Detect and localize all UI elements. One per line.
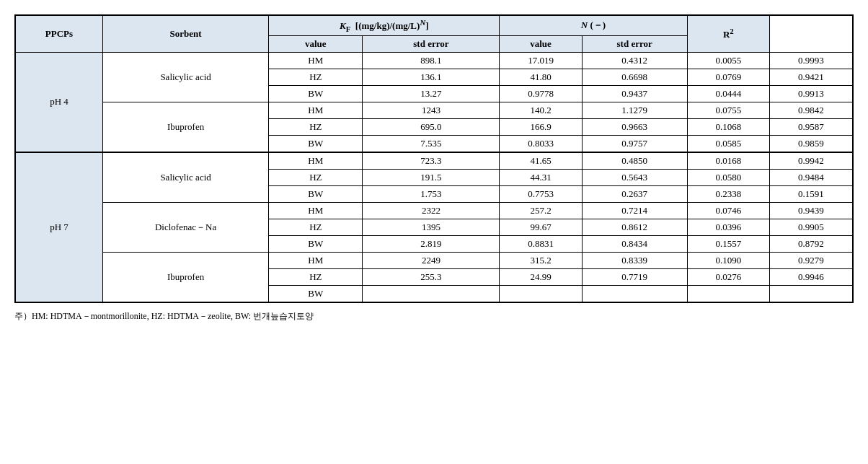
r2-cell: 0.9587 <box>769 118 853 135</box>
table-row: pH 7Salicylic acidHM723.341.650.48500.01… <box>15 152 853 170</box>
kf_std-cell: 0.7753 <box>500 185 582 202</box>
chemical-name-cell: Ibuprofen <box>102 252 268 302</box>
chemical-name-cell: Salicylic acid <box>102 52 268 102</box>
n_std-cell: 0.0746 <box>687 202 769 219</box>
table-row: pH 4Salicylic acidHM898.117.0190.43120.0… <box>15 52 853 69</box>
sorbent-cell: BW <box>269 135 363 152</box>
sorbent-cell: BW <box>269 85 363 102</box>
n_std-cell: 0.0276 <box>687 268 769 285</box>
sorbent-cell: BW <box>269 285 363 302</box>
sorbent-cell: HM <box>269 252 363 268</box>
n_std-cell: 0.0769 <box>687 69 769 85</box>
table-row: IbuprofenHM2249315.20.83390.10900.9279 <box>15 252 853 268</box>
n_std-cell: 0.0580 <box>687 169 769 185</box>
r2-cell: 0.9913 <box>769 85 853 102</box>
r2-cell: 0.9859 <box>769 135 853 152</box>
kf_std-cell: 41.65 <box>500 152 582 170</box>
kf_value-cell: 1395 <box>363 219 500 235</box>
kf_value-cell: 136.1 <box>363 69 500 85</box>
sorbent-cell: BW <box>269 235 363 252</box>
n_value-cell <box>582 285 687 302</box>
sorbent-cell: HZ <box>269 219 363 235</box>
kf_std-cell: 24.99 <box>500 268 582 285</box>
kf_value-cell: 695.0 <box>363 118 500 135</box>
r2-cell: 0.1591 <box>769 185 853 202</box>
n_std-cell: 0.1068 <box>687 118 769 135</box>
n_value-cell: 0.5643 <box>582 169 687 185</box>
kf_std-cell: 17.019 <box>500 52 582 69</box>
r2-cell: 0.9842 <box>769 102 853 118</box>
n_value-cell: 0.7719 <box>582 268 687 285</box>
r2-header: R2 <box>687 15 769 52</box>
kf_value-cell: 1243 <box>363 102 500 118</box>
ph-cell: pH 7 <box>15 152 102 302</box>
kf_value-cell: 7.535 <box>363 135 500 152</box>
kf_value-cell: 1.753 <box>363 185 500 202</box>
table-note: 주）HM: HDTMA－montmorillonite, HZ: HDTMA－z… <box>14 310 854 323</box>
kf_value-cell: 13.27 <box>363 85 500 102</box>
kf_value-cell <box>363 285 500 302</box>
n_value-cell: 0.9437 <box>582 85 687 102</box>
r2-cell: 0.9946 <box>769 268 853 285</box>
n_value-cell: 0.4312 <box>582 52 687 69</box>
kf_std-cell: 0.8033 <box>500 135 582 152</box>
table-row: Diclofenac－NaHM2322257.20.72140.07460.94… <box>15 202 853 219</box>
chemical-name-cell: Diclofenac－Na <box>102 202 268 252</box>
n_std-cell: 0.0055 <box>687 52 769 69</box>
sorbent-cell: HM <box>269 152 363 170</box>
n_std-cell: 0.0444 <box>687 85 769 102</box>
n_std-cell: 0.0168 <box>687 152 769 170</box>
sorbent-cell: HM <box>269 52 363 69</box>
r2-cell <box>769 285 853 302</box>
n_value-cell: 0.4850 <box>582 152 687 170</box>
r2-cell: 0.9905 <box>769 219 853 235</box>
kf_value-cell: 898.1 <box>363 52 500 69</box>
kf-sup: N <box>420 18 425 27</box>
n_std-cell: 0.0585 <box>687 135 769 152</box>
kf_std-cell: 99.67 <box>500 219 582 235</box>
kf_std-cell: 0.9778 <box>500 85 582 102</box>
kf_std-cell: 257.2 <box>500 202 582 219</box>
r2-cell: 0.9421 <box>769 69 853 85</box>
kf_std-cell <box>500 285 582 302</box>
table-row: IbuprofenHM1243140.21.12790.07550.9842 <box>15 102 853 118</box>
kf_value-cell: 255.3 <box>363 268 500 285</box>
data-table: PPCPs Sorbent KF [(mg/kg)/(mg/L)N] N (－)… <box>14 14 854 303</box>
kf-group-header: KF [(mg/kg)/(mg/L)N] <box>269 15 500 35</box>
sorbent-cell: HZ <box>269 169 363 185</box>
r2-cell: 0.9942 <box>769 152 853 170</box>
n_value-cell: 0.7214 <box>582 202 687 219</box>
kf_std-cell: 0.8831 <box>500 235 582 252</box>
chemical-name-cell: Ibuprofen <box>102 102 268 152</box>
kf_value-cell: 2249 <box>363 252 500 268</box>
kf_std-cell: 41.80 <box>500 69 582 85</box>
kf_std-cell: 315.2 <box>500 252 582 268</box>
kf_std-cell: 140.2 <box>500 102 582 118</box>
kf_std-cell: 44.31 <box>500 169 582 185</box>
sorbent-cell: BW <box>269 185 363 202</box>
chemical-name-cell: Salicylic acid <box>102 152 268 203</box>
sorbent-header: Sorbent <box>102 15 268 52</box>
n_value-cell: 0.9757 <box>582 135 687 152</box>
sorbent-cell: HZ <box>269 268 363 285</box>
r2-cell: 0.9279 <box>769 252 853 268</box>
n_std-cell: 0.1090 <box>687 252 769 268</box>
n_value-cell: 1.1279 <box>582 102 687 118</box>
n_value-cell: 0.9663 <box>582 118 687 135</box>
n-value-header: value <box>500 35 582 52</box>
n_std-cell: 0.2338 <box>687 185 769 202</box>
ph-cell: pH 4 <box>15 52 102 152</box>
sorbent-cell: HZ <box>269 69 363 85</box>
n_std-cell: 0.1557 <box>687 235 769 252</box>
n_value-cell: 0.8434 <box>582 235 687 252</box>
n-group-header: N (－) <box>500 15 687 35</box>
n_std-cell: 0.0755 <box>687 102 769 118</box>
n_value-cell: 0.2637 <box>582 185 687 202</box>
kf-value-header: value <box>269 35 363 52</box>
kf_value-cell: 191.5 <box>363 169 500 185</box>
r2-cell: 0.9439 <box>769 202 853 219</box>
sorbent-cell: HZ <box>269 118 363 135</box>
n_value-cell: 0.8339 <box>582 252 687 268</box>
n_std-cell: 0.0396 <box>687 219 769 235</box>
kf_value-cell: 2.819 <box>363 235 500 252</box>
